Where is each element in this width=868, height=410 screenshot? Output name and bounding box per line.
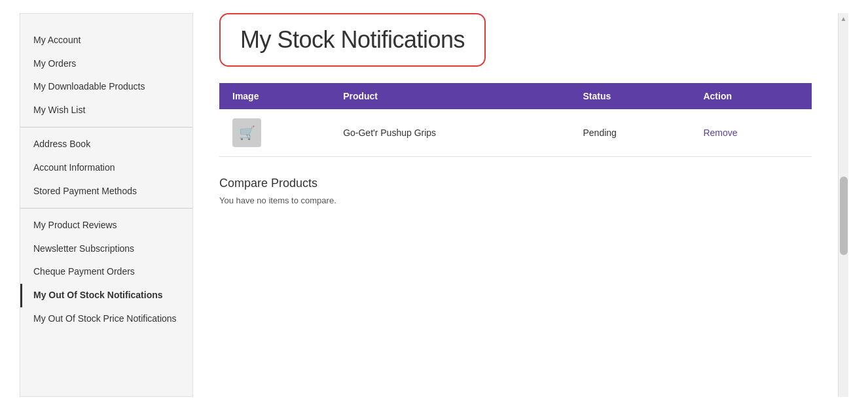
sidebar-item-my-out-of-stock-notifications[interactable]: My Out Of Stock Notifications <box>20 284 192 307</box>
notifications-table: ImageProductStatusAction 🛒Go-Get'r Pushu… <box>219 83 812 157</box>
compare-section: Compare Products You have no items to co… <box>219 177 812 218</box>
compare-title: Compare Products <box>219 177 812 190</box>
scroll-up-arrow[interactable]: ▲ <box>839 13 848 24</box>
product-image-placeholder: 🛒 <box>232 118 261 147</box>
page-title-box: My Stock Notifications <box>219 13 486 67</box>
sidebar-group-0: My AccountMy OrdersMy Downloadable Produ… <box>20 24 192 128</box>
scrollbar[interactable]: ▲ <box>838 13 848 397</box>
sidebar-group-1: Address BookAccount InformationStored Pa… <box>20 128 192 209</box>
table-row: 🛒Go-Get'r Pushup GripsPendingRemove <box>219 109 812 157</box>
sidebar-item-my-wish-list[interactable]: My Wish List <box>20 99 192 122</box>
table-header-image: Image <box>219 83 330 109</box>
table-body: 🛒Go-Get'r Pushup GripsPendingRemove <box>219 109 812 157</box>
table-header-product: Product <box>330 83 570 109</box>
product-image-cell: 🛒 <box>219 109 330 157</box>
compare-message: You have no items to compare. <box>219 196 812 205</box>
remove-button[interactable]: Remove <box>703 128 737 138</box>
scrollbar-thumb[interactable] <box>840 177 848 255</box>
sidebar: My AccountMy OrdersMy Downloadable Produ… <box>20 13 193 397</box>
product-action-cell: Remove <box>690 109 812 157</box>
table-header: ImageProductStatusAction <box>219 83 812 109</box>
sidebar-item-newsletter-subscriptions[interactable]: Newsletter Subscriptions <box>20 237 192 261</box>
sidebar-item-my-downloadable-products[interactable]: My Downloadable Products <box>20 75 192 99</box>
product-status-cell: Pending <box>570 109 690 157</box>
sidebar-item-address-book[interactable]: Address Book <box>20 133 192 156</box>
table-header-action: Action <box>690 83 812 109</box>
sidebar-item-my-product-reviews[interactable]: My Product Reviews <box>20 214 192 237</box>
sidebar-item-account-information[interactable]: Account Information <box>20 156 192 180</box>
product-name-cell: Go-Get'r Pushup Grips <box>330 109 570 157</box>
sidebar-item-my-account[interactable]: My Account <box>20 29 192 52</box>
sidebar-group-2: My Product ReviewsNewsletter Subscriptio… <box>20 209 192 335</box>
table-header-status: Status <box>570 83 690 109</box>
sidebar-item-my-orders[interactable]: My Orders <box>20 52 192 76</box>
sidebar-item-cheque-payment-orders[interactable]: Cheque Payment Orders <box>20 260 192 284</box>
page-title: My Stock Notifications <box>240 26 465 54</box>
sidebar-item-stored-payment-methods[interactable]: Stored Payment Methods <box>20 180 192 203</box>
main-content: My Stock Notifications ImageProductStatu… <box>213 13 818 397</box>
sidebar-item-my-out-of-stock-price-notifications[interactable]: My Out Of Stock Price Notifications <box>20 307 192 331</box>
